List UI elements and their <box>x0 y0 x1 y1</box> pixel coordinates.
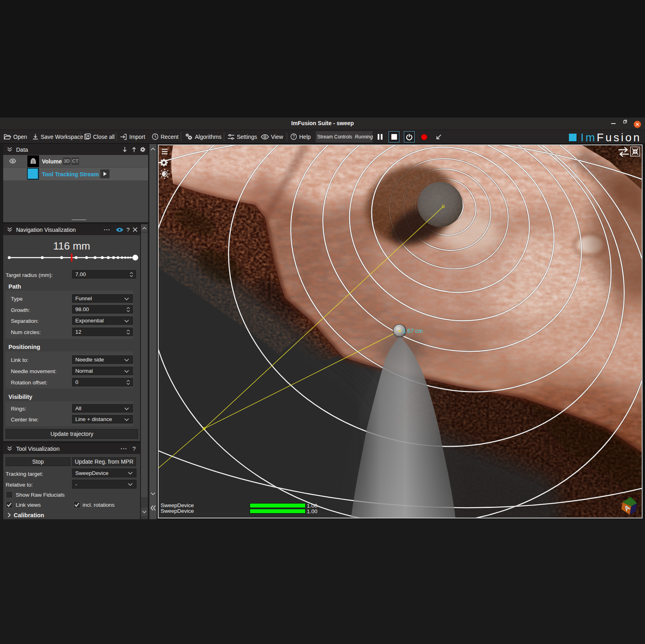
svg-text:1.67 cm: 1.67 cm <box>403 328 423 334</box>
svg-text:?: ? <box>293 134 295 139</box>
svg-text:SweepDevice: SweepDevice <box>161 508 194 514</box>
svg-text:SweepDevice: SweepDevice <box>161 502 194 508</box>
svg-text:1.00: 1.00 <box>307 503 317 509</box>
svg-text:1.00: 1.00 <box>307 508 317 514</box>
